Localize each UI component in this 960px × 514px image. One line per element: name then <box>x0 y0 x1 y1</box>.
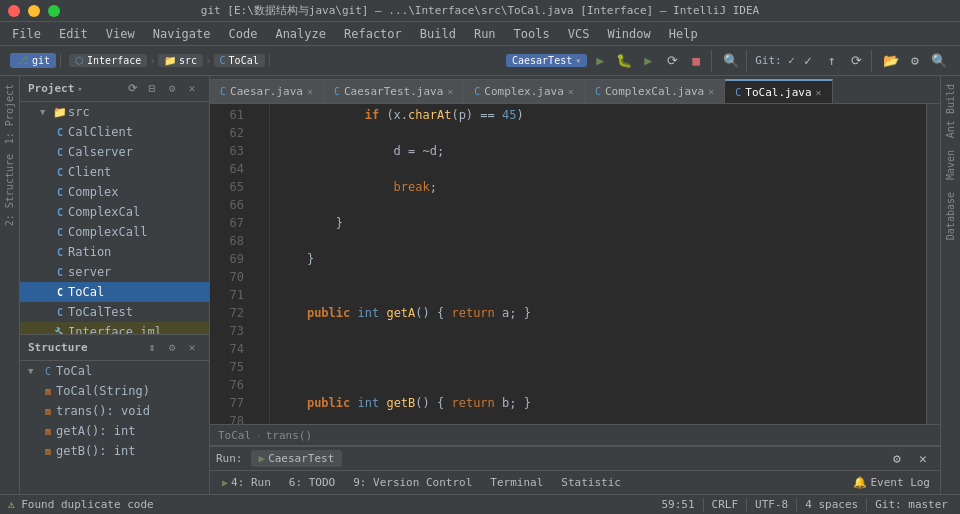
debug-button[interactable]: 🐛 <box>613 50 635 72</box>
menu-item-window[interactable]: Window <box>599 25 658 43</box>
window-controls[interactable] <box>8 5 60 17</box>
tab-close-caesartest[interactable]: ✕ <box>447 86 453 97</box>
struct-item-ctor[interactable]: m ToCal(String) <box>20 381 209 401</box>
left-tab-project[interactable]: 1: Project <box>2 80 17 148</box>
git-badge[interactable]: ⎇ git <box>10 53 56 68</box>
run-config-tab[interactable]: ▶ CaesarTest <box>251 450 343 467</box>
struct-settings-button[interactable]: ⚙ <box>163 339 181 357</box>
minimize-button[interactable] <box>28 5 40 17</box>
find-button[interactable]: 🔍 <box>928 50 950 72</box>
toolbar-file[interactable]: C ToCal <box>214 54 265 67</box>
close-button[interactable] <box>8 5 20 17</box>
menu-item-edit[interactable]: Edit <box>51 25 96 43</box>
right-tab-ant-build[interactable]: Ant Build <box>943 80 958 142</box>
tree-item-tocal[interactable]: C ToCal <box>20 282 209 302</box>
tab-close-tocal[interactable]: ✕ <box>816 87 822 98</box>
tree-item-src[interactable]: ▼ 📁 src <box>20 102 209 122</box>
breadcrumb-method[interactable]: trans() <box>266 429 312 442</box>
struct-item-geta[interactable]: m getA(): int <box>20 421 209 441</box>
run-icon: ▶ <box>222 477 228 488</box>
settings-panel-button[interactable]: ⚙ <box>163 80 181 98</box>
menu-item-tools[interactable]: Tools <box>506 25 558 43</box>
struct-sort-button[interactable]: ↕ <box>143 339 161 357</box>
tab-tocal[interactable]: C ToCal.java ✕ <box>725 79 832 103</box>
tree-item-server[interactable]: C server <box>20 262 209 282</box>
bottom-tab-run[interactable]: ▶ 4: Run <box>214 474 279 491</box>
menu-item-run[interactable]: Run <box>466 25 504 43</box>
menu-item-code[interactable]: Code <box>221 25 266 43</box>
stop-button[interactable]: ■ <box>685 50 707 72</box>
toolbar-interface[interactable]: ⬡ Interface <box>69 54 147 67</box>
struct-close-button[interactable]: ✕ <box>183 339 201 357</box>
tree-item-calclient[interactable]: C CalClient <box>20 122 209 142</box>
maximize-button[interactable] <box>48 5 60 17</box>
git-branch-status[interactable]: Git: master <box>871 498 952 511</box>
struct-item-tocal-class[interactable]: ▼ C ToCal <box>20 361 209 381</box>
close-panel-button[interactable]: ✕ <box>183 80 201 98</box>
run-button[interactable]: ▶ <box>589 50 611 72</box>
struct-item-trans[interactable]: m trans(): void <box>20 401 209 421</box>
right-tab-database[interactable]: Database <box>943 188 958 244</box>
editor-tabs: C Caesar.java ✕ C CaesarTest.java ✕ C Co… <box>210 76 940 104</box>
search-button[interactable]: 🔍 <box>720 50 742 72</box>
bottom-tab-statistic[interactable]: Statistic <box>553 474 629 491</box>
menu-item-view[interactable]: View <box>98 25 143 43</box>
sync-button[interactable]: ⟳ <box>123 80 141 98</box>
settings-button[interactable]: ⚙ <box>904 50 926 72</box>
tab-close-caesar[interactable]: ✕ <box>307 86 313 97</box>
tab-close-complexcal[interactable]: ✕ <box>708 86 714 97</box>
menu-item-file[interactable]: File <box>4 25 49 43</box>
event-log-tab[interactable]: 🔔 Event Log <box>847 476 936 489</box>
code-editor[interactable]: if (x.charAt(p) == 45) d = ~d; break; } … <box>270 104 926 424</box>
tab-close-complex[interactable]: ✕ <box>568 86 574 97</box>
menu-item-help[interactable]: Help <box>661 25 706 43</box>
right-scroll-gutter[interactable] <box>926 104 940 424</box>
menu-bar: FileEditViewNavigateCodeAnalyzeRefactorB… <box>0 22 960 46</box>
bottom-tab-terminal[interactable]: Terminal <box>482 474 551 491</box>
encoding[interactable]: UTF-8 <box>751 498 792 511</box>
file-icon-btn[interactable]: 📂 <box>880 50 902 72</box>
run-close-button[interactable]: ✕ <box>912 448 934 470</box>
line-ending[interactable]: CRLF <box>708 498 743 511</box>
tree-item-ration[interactable]: C Ration <box>20 242 209 262</box>
menu-item-build[interactable]: Build <box>412 25 464 43</box>
run-config-badge[interactable]: CaesarTest ▾ <box>506 54 587 67</box>
tree-label-calclient: CalClient <box>68 125 133 139</box>
tab-caesartest[interactable]: C CaesarTest.java ✕ <box>324 79 464 103</box>
collapse-button[interactable]: ⊟ <box>143 80 161 98</box>
structure-tree: ▼ C ToCal m ToCal(String) m trans(): voi… <box>20 361 209 494</box>
left-tab-structure[interactable]: 2: Structure <box>2 150 17 230</box>
tree-item-interface-iml[interactable]: 🔧 Interface.iml <box>20 322 209 334</box>
tree-item-client[interactable]: C Client <box>20 162 209 182</box>
struct-item-getb[interactable]: m getB(): int <box>20 441 209 461</box>
tree-item-tocaltest[interactable]: C ToCalTest <box>20 302 209 322</box>
profile-button[interactable]: ⟳ <box>661 50 683 72</box>
tab-complex[interactable]: C Complex.java ✕ <box>464 79 585 103</box>
right-tab-maven[interactable]: Maven <box>943 146 958 184</box>
menu-item-vcs[interactable]: VCS <box>560 25 598 43</box>
indent[interactable]: 4 spaces <box>801 498 862 511</box>
menu-item-refactor[interactable]: Refactor <box>336 25 410 43</box>
run-config-name: CaesarTest <box>268 452 334 465</box>
tree-item-complexcall[interactable]: C ComplexCall <box>20 222 209 242</box>
status-message-text: Found duplicate code <box>21 498 153 511</box>
bottom-tab-todo[interactable]: 6: TODO <box>281 474 343 491</box>
tree-item-complex[interactable]: C Complex <box>20 182 209 202</box>
run-settings-button[interactable]: ⚙ <box>886 448 908 470</box>
breadcrumb-file[interactable]: ToCal <box>218 429 251 442</box>
menu-item-navigate[interactable]: Navigate <box>145 25 219 43</box>
git-update-button[interactable]: ✓ <box>797 50 819 72</box>
bottom-tab-vcs[interactable]: 9: Version Control <box>345 474 480 491</box>
git-push-button[interactable]: ↑ <box>821 50 843 72</box>
cursor-position[interactable]: 59:51 <box>657 498 698 511</box>
tab-icon-tocal: C <box>735 87 741 98</box>
menu-item-analyze[interactable]: Analyze <box>267 25 334 43</box>
git-history-button[interactable]: ⟳ <box>845 50 867 72</box>
tree-item-calserver[interactable]: C Calserver <box>20 142 209 162</box>
toolbar-src[interactable]: 📁 src <box>158 54 203 67</box>
tab-caesar[interactable]: C Caesar.java ✕ <box>210 79 324 103</box>
tree-item-complexcal[interactable]: C ComplexCal <box>20 202 209 222</box>
project-panel-title[interactable]: Project ▾ <box>28 82 83 95</box>
tab-complexcal[interactable]: C ComplexCal.java ✕ <box>585 79 725 103</box>
coverage-button[interactable]: ▶ <box>637 50 659 72</box>
